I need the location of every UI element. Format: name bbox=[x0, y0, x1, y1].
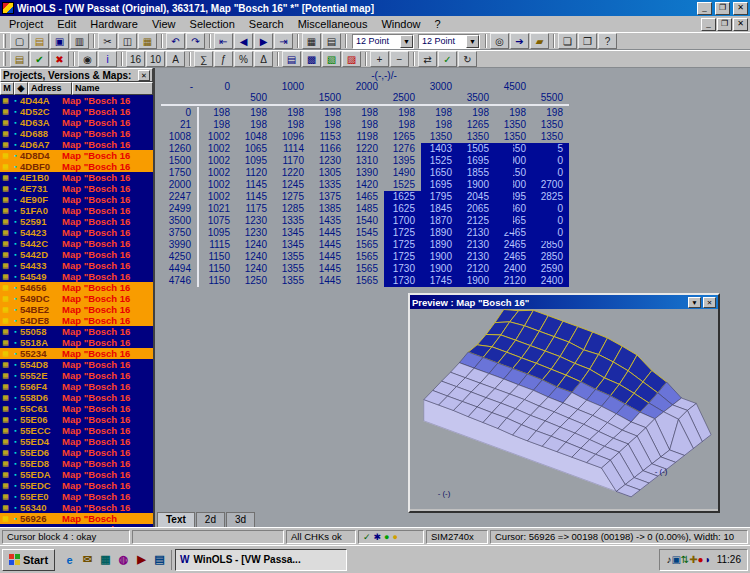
undo-icon[interactable]: ↶ bbox=[166, 33, 185, 49]
map-cell[interactable]: 1565 bbox=[347, 275, 384, 287]
map-cell[interactable]: 1505 bbox=[458, 143, 495, 155]
map-cell[interactable]: 1305 bbox=[310, 167, 347, 179]
map-cell[interactable]: 1250 bbox=[236, 275, 273, 287]
map-cell[interactable]: 1725 bbox=[384, 251, 421, 263]
function-icon[interactable]: ƒ bbox=[214, 51, 233, 67]
map-cell[interactable]: 198 bbox=[384, 119, 421, 131]
map-cell[interactable]: 1021 bbox=[199, 203, 236, 215]
map-cell[interactable]: 1265 bbox=[458, 119, 495, 131]
map-cell[interactable]: 1625 bbox=[384, 191, 421, 203]
map-cell[interactable]: 1900 bbox=[421, 263, 458, 275]
info-icon[interactable]: i bbox=[98, 51, 117, 67]
paste-icon[interactable]: ▦ bbox=[138, 33, 157, 49]
map-cell[interactable]: 198 bbox=[347, 119, 384, 131]
winols-taskbar-button[interactable]: W WinOLS - [VW Passa... bbox=[175, 549, 347, 571]
map-list-item[interactable]: ▦ ▪ 54433 Map "Bosch 16 bbox=[0, 260, 153, 271]
map-cell[interactable]: 1525 bbox=[421, 155, 458, 167]
difference-icon[interactable]: Δ bbox=[254, 51, 273, 67]
map-cell[interactable]: 1695 bbox=[458, 155, 495, 167]
map-cell[interactable]: 2065 bbox=[458, 203, 495, 215]
map-cell[interactable]: 1002 bbox=[199, 143, 236, 155]
map-cell[interactable]: 1545 bbox=[347, 227, 384, 239]
map-cell[interactable]: 2125 bbox=[458, 215, 495, 227]
map-cell[interactable]: 1725 bbox=[384, 239, 421, 251]
outlook-icon[interactable]: ✉ bbox=[79, 551, 96, 568]
mdi-restore-icon[interactable]: ❐ bbox=[717, 18, 732, 31]
tab-3d[interactable]: 3d bbox=[226, 512, 255, 527]
map-cell[interactable]: 1435 bbox=[310, 215, 347, 227]
start-button[interactable]: Start bbox=[2, 549, 55, 571]
map-cell[interactable]: 1385 bbox=[310, 203, 347, 215]
menu-view[interactable]: View bbox=[145, 18, 183, 30]
preview-title-bar[interactable]: Preview : Map "Bosch 16" ▼ ✕ bbox=[410, 295, 718, 309]
map-cell[interactable]: 1795 bbox=[421, 191, 458, 203]
map-list-item[interactable]: ▦ ▪ 4D8D4 Map "Bosch 16 bbox=[0, 150, 153, 161]
map-cell[interactable]: 1540 bbox=[347, 215, 384, 227]
open-map-icon[interactable]: ▤ bbox=[10, 51, 29, 67]
tuned-map-icon[interactable]: ▨ bbox=[342, 51, 361, 67]
map-cell[interactable]: 1275 bbox=[273, 191, 310, 203]
column-header-adress[interactable]: Adress bbox=[28, 82, 72, 95]
preview-window[interactable]: Preview : Map "Bosch 16" ▼ ✕ - (-)- (-) bbox=[408, 293, 720, 513]
network-icon[interactable]: ⇅ bbox=[681, 554, 689, 565]
map-cell[interactable]: 1198 bbox=[347, 131, 384, 143]
column-header-m[interactable]: M bbox=[0, 82, 14, 95]
map-cell[interactable]: 1245 bbox=[273, 179, 310, 191]
usb-icon[interactable]: ✚ bbox=[689, 554, 697, 565]
map-cell[interactable]: 198 bbox=[532, 107, 569, 119]
map-list-item[interactable]: ▦ ▪ 4E1B0 Map "Bosch 16 bbox=[0, 172, 153, 183]
map-cell[interactable]: 2400 bbox=[532, 275, 569, 287]
map-cell[interactable]: 1355 bbox=[273, 251, 310, 263]
map-list-item[interactable]: ▦ ▪ 52591 Map "Bosch 16 bbox=[0, 216, 153, 227]
map-cell[interactable]: 1745 bbox=[421, 275, 458, 287]
map-cell[interactable]: 1145 bbox=[236, 191, 273, 203]
map-cell[interactable]: 1153 bbox=[310, 131, 347, 143]
map-list-item[interactable]: ▦ ▪ 558D6 Map "Bosch 16 bbox=[0, 392, 153, 403]
map-cell[interactable]: 1445 bbox=[310, 227, 347, 239]
map-cell[interactable]: 1403 bbox=[421, 143, 458, 155]
map-list-item[interactable]: ▦ ▪ 5518A Map "Bosch 16 bbox=[0, 337, 153, 348]
map-cell[interactable]: 1220 bbox=[347, 143, 384, 155]
map-cell[interactable]: 1375 bbox=[310, 191, 347, 203]
display-settings-icon[interactable]: ▣ bbox=[671, 554, 680, 565]
map-cell[interactable]: 1220 bbox=[273, 167, 310, 179]
map-list-item[interactable]: ▦ ▪ 56926 Map "Bosch bbox=[0, 513, 153, 524]
map-cell[interactable]: 2045 bbox=[458, 191, 495, 203]
camera-icon[interactable]: ◉ bbox=[78, 51, 97, 67]
checksum-ok-icon[interactable]: ✔ bbox=[30, 51, 49, 67]
menu-edit[interactable]: Edit bbox=[50, 18, 83, 30]
map-list-item[interactable]: ▦ ▪ 5442D Map "Bosch 16 bbox=[0, 249, 153, 260]
map-list-item[interactable]: ▦ ▪ 4D52C Map "Bosch 16 bbox=[0, 106, 153, 117]
map-cell[interactable]: 1114 bbox=[273, 143, 310, 155]
map-cell[interactable]: 1855 bbox=[458, 167, 495, 179]
dec-view-icon[interactable]: 10 bbox=[146, 51, 165, 67]
map-cell[interactable]: 1002 bbox=[199, 131, 236, 143]
map-list-item[interactable]: ▦ ▪ 55EDC Map "Bosch 16 bbox=[0, 480, 153, 491]
map-cell[interactable]: 1095 bbox=[236, 155, 273, 167]
map-cell[interactable]: 1170 bbox=[273, 155, 310, 167]
open-project-icon[interactable]: ▤ bbox=[30, 33, 49, 49]
map-cell[interactable]: 198 bbox=[495, 107, 532, 119]
menu-project[interactable]: Project bbox=[2, 18, 50, 30]
show-desktop-icon[interactable]: ▦ bbox=[97, 551, 114, 568]
apply-icon[interactable]: ✓ bbox=[438, 51, 457, 67]
map-cell[interactable]: 1700 bbox=[384, 215, 421, 227]
map-cell[interactable]: 1445 bbox=[310, 263, 347, 275]
x-points-combo[interactable]: 12 Point ▼ bbox=[352, 34, 414, 49]
map-cell[interactable]: 1350 bbox=[421, 131, 458, 143]
bookmark-icon[interactable]: ▰ bbox=[530, 33, 549, 49]
map-cell[interactable]: 1335 bbox=[273, 215, 310, 227]
map-cell[interactable]: 1345 bbox=[273, 239, 310, 251]
map-cell[interactable]: 1890 bbox=[421, 227, 458, 239]
map-list-item[interactable]: ▦ ▪ 55234 Map "Bosch 16 bbox=[0, 348, 153, 359]
menu-hardware[interactable]: Hardware bbox=[83, 18, 145, 30]
map-cell[interactable]: 2130 bbox=[458, 227, 495, 239]
map-list-item[interactable]: ▦ ▪ 55C61 Map "Bosch 16 bbox=[0, 403, 153, 414]
map-cell[interactable]: 1002 bbox=[199, 167, 236, 179]
map-cell[interactable]: 1445 bbox=[310, 239, 347, 251]
map-cell[interactable]: 1310 bbox=[347, 155, 384, 167]
map-cell[interactable]: 1485 bbox=[347, 203, 384, 215]
chevron-down-icon[interactable]: ▼ bbox=[400, 35, 413, 48]
map-list-item[interactable]: ▦ ▪ 554D8 Map "Bosch 16 bbox=[0, 359, 153, 370]
map-cell[interactable]: 198 bbox=[199, 119, 236, 131]
